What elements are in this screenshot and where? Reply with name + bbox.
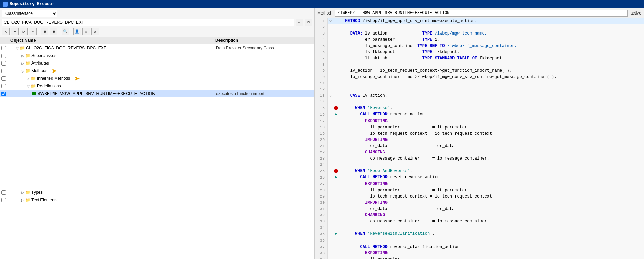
check-types[interactable] [1,190,9,195]
tree-row-text-elements[interactable]: ▷ 📁 Text Elements [0,196,314,204]
title-bar: Repository Browser [0,0,644,8]
indicator-3 [333,30,339,37]
line-num-19: 19 [315,131,328,137]
code-content-9: lv_action = io_tech_request_context->get… [339,68,644,74]
indicator-11 [333,80,339,86]
name-col-header: Object Name [10,38,215,43]
collapse-1[interactable]: ▽ [328,18,333,24]
code-content-16: CALL METHOD reverse_action [339,111,644,118]
back-button[interactable]: ◁ [2,28,10,35]
method-value-input[interactable] [335,10,627,17]
code-content-19: io_tech_request_context = io_tech_reques… [339,131,644,137]
tree-row-superclasses[interactable]: ▷ 📁 Superclasses [0,52,314,59]
expand-superclasses[interactable]: ▷ [21,54,24,58]
folder-icon-attributes: 📁 [25,61,30,66]
tree-row-redefinitions[interactable]: ▽ 📁 Redefinitions [0,82,314,90]
check-attributes[interactable] [1,61,9,66]
line-num-9: 9 [315,68,328,74]
collapse-button[interactable]: ⊟ [41,28,48,35]
tree-row-empty-7 [0,143,314,151]
expand-redefinitions[interactable]: ▽ [27,84,30,88]
indicator-35: ➤ [333,231,339,238]
line-num-13: 13 [315,93,328,99]
tree-row-attributes[interactable]: ▷ 📁 Attributes [0,59,314,67]
tree-row-inherited[interactable]: ▷ 📁 Inherited Methods ➤ [0,75,314,82]
code-line-5: 5 lo_message_container TYPE REF TO /iwbe… [315,43,644,49]
collapse-15 [328,105,333,111]
collapse-31 [328,206,333,212]
line-num-1: 1 [315,18,328,24]
toolbar-row-2: ⏎ ⧉ [2,19,312,26]
line-num-35: 35 [315,231,328,238]
go-button[interactable]: ⏎ [296,19,303,26]
expand-button[interactable]: ⊞ [50,28,57,35]
code-line-10: 10 lo_message_container = me->/iwbep/if_… [315,74,644,80]
folder-icon-redefinitions: 📁 [31,84,36,88]
code-line-13: 13 ▽ CASE lv_action. [315,93,644,99]
folder-icon-methods: 📁 [25,68,30,73]
left-panel: Class/Interface Function Module Program … [0,8,315,259]
folder-icon-text-elements: 📁 [25,198,30,202]
indicator-39 [333,256,339,259]
row-name-root: ▽ 📁 CL_O2C_FICA_DOC_REVERS_DPC_EXT [9,46,216,50]
search-button[interactable]: 🔍 [62,28,69,35]
forward-button[interactable]: ▷ [20,28,28,35]
expand-text-elements[interactable]: ▷ [21,198,24,202]
collapse-19 [328,131,333,137]
expand-inherited[interactable]: ▷ [27,77,30,80]
tree-content[interactable]: ▽ 📁 CL_O2C_FICA_DOC_REVERS_DPC_EXT Data … [0,44,314,259]
expand-methods[interactable]: ▽ [21,69,24,73]
indicator-20 [333,137,339,143]
collapse-18 [328,124,333,131]
indicator-12 [333,86,339,93]
copy-button[interactable]: ⧉ [305,19,312,26]
class-type-dropdown[interactable]: Class/Interface Function Module Program … [2,10,57,17]
row-desc-execute-action: executes a function import [216,91,313,96]
up-button[interactable]: △ [29,28,37,35]
line-num-10: 10 [315,74,328,80]
tree-row-root[interactable]: ▽ 📁 CL_O2C_FICA_DOC_REVERS_DPC_EXT Data … [0,44,314,52]
collapse-39 [328,256,333,259]
collapse-7 [328,55,333,61]
code-line-34: 34 [315,224,644,231]
code-content-22: CHANGING [339,149,644,155]
row-label-redefinitions: Redefinitions [37,84,61,88]
forward-down-button[interactable]: ▽ [11,28,19,35]
indicator-7 [333,55,339,61]
tree-row-empty-3 [0,113,314,120]
check-methods[interactable] [1,69,9,73]
expand-attributes[interactable]: ▷ [21,61,24,65]
code-area[interactable]: 1 ▽ METHOD /iwbep/if_mgw_appl_srv_runtim… [315,18,644,259]
check-superclasses[interactable] [1,54,9,58]
add-person-button[interactable]: 👤 [73,28,81,35]
copy-icon: ⧉ [307,20,310,25]
expand-types[interactable]: ▷ [21,191,24,194]
code-content-17: EXPORTING [339,118,644,124]
tree-row-types[interactable]: ▷ 📁 Types [0,189,314,196]
collapse-13[interactable]: ▽ [328,93,333,99]
check-root[interactable] [1,46,9,50]
code-line-21: 21 er_data = er_data [315,143,644,149]
indicator-36 [333,238,339,244]
object-name-input[interactable] [2,19,294,26]
code-content-13: CASE lv_action. [339,93,644,99]
refresh-button[interactable]: ↺ [91,28,99,35]
row-label-root: CL_O2C_FICA_DOC_REVERS_DPC_EXT [26,46,106,50]
collapse-3 [328,30,333,37]
collapse-37 [328,244,333,250]
check-redefinitions[interactable] [1,84,9,88]
bookmark-button[interactable]: ☆ [82,28,90,35]
row-desc-root: Data Provider Secondary Class [216,46,313,50]
tree-row-empty-5 [0,128,314,135]
line-num-39: 39 [315,256,328,259]
check-execute-action[interactable] [1,92,9,96]
collapse-28 [328,187,333,193]
line-num-8: 8 [315,61,328,68]
line-num-18: 18 [315,124,328,131]
check-inherited[interactable] [1,76,9,81]
expand-root[interactable]: ▽ [16,46,19,50]
tree-row-methods[interactable]: ▽ 📁 Methods ➤ [0,67,314,75]
tree-row-execute-action[interactable]: /IWBEP/IF_MGW_APPL_SRV_RUNTIME~EXECUTE_A… [0,90,314,97]
check-text-elements[interactable] [1,198,9,202]
teal-arrow-26: ➤ [334,174,338,181]
